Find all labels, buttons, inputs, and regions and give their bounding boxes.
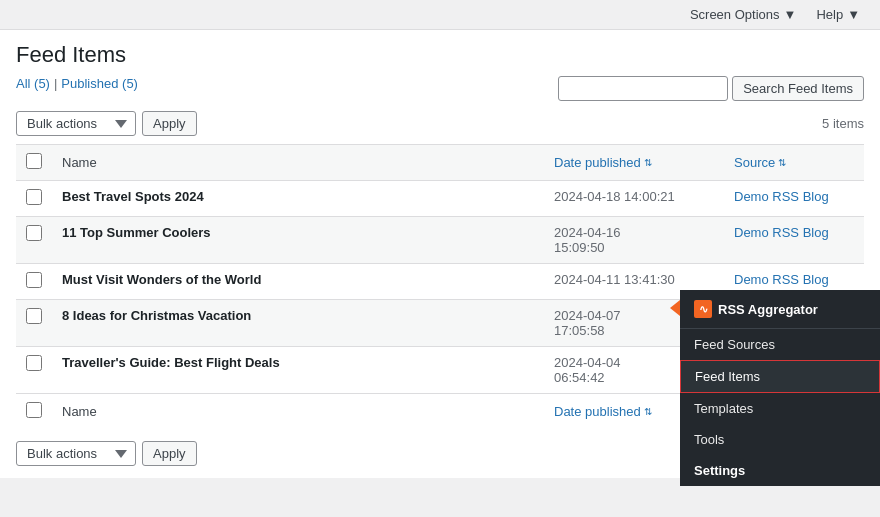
overlay-menu-item[interactable]: Settings bbox=[680, 455, 880, 486]
sort-arrows-source-icon: ⇅ bbox=[778, 157, 786, 168]
col-source-sort-link[interactable]: Source ⇅ bbox=[734, 155, 786, 170]
row-source: Demo RSS Blog bbox=[724, 217, 864, 264]
filter-published-link[interactable]: Published (5) bbox=[61, 76, 138, 91]
top-bar: Screen Options ▼ Help ▼ bbox=[0, 0, 880, 30]
source-link[interactable]: Demo RSS Blog bbox=[734, 272, 829, 287]
col-name-header: Name bbox=[52, 145, 544, 181]
table-header-row: Name Date published ⇅ Source ⇅ bbox=[16, 145, 864, 181]
row-checkbox[interactable] bbox=[26, 225, 42, 241]
screen-options-button[interactable]: Screen Options ▼ bbox=[680, 3, 806, 26]
overlay-panel-header: ∿ RSS Aggregator bbox=[680, 290, 880, 329]
filter-all-link[interactable]: All (5) bbox=[16, 76, 50, 91]
help-label: Help bbox=[816, 7, 843, 22]
overlay-menu-item[interactable]: Feed Items bbox=[680, 360, 880, 393]
row-checkbox[interactable] bbox=[26, 272, 42, 288]
foot-col-checkbox bbox=[16, 394, 52, 430]
overlay-menu-item[interactable]: Tools bbox=[680, 424, 880, 455]
row-name: 8 Ideas for Christmas Vacation bbox=[52, 300, 544, 347]
source-link[interactable]: Demo RSS Blog bbox=[734, 225, 829, 240]
row-name: 11 Top Summer Coolers bbox=[52, 217, 544, 264]
row-name: Traveller's Guide: Best Flight Deals bbox=[52, 347, 544, 394]
row-date: 2024-04-18 14:00:21 bbox=[544, 181, 724, 217]
select-all-checkbox[interactable] bbox=[26, 153, 42, 169]
help-button[interactable]: Help ▼ bbox=[806, 3, 870, 26]
sort-arrows-icon: ⇅ bbox=[644, 157, 652, 168]
screen-options-chevron-icon: ▼ bbox=[784, 7, 797, 22]
col-date-sort-link[interactable]: Date published ⇅ bbox=[554, 155, 652, 170]
row-name: Must Visit Wonders of the World bbox=[52, 264, 544, 300]
table-row: Best Travel Spots 20242024-04-18 14:00:2… bbox=[16, 181, 864, 217]
row-checkbox[interactable] bbox=[26, 189, 42, 205]
foot-col-name: Name bbox=[52, 394, 544, 430]
select-all-footer-checkbox[interactable] bbox=[26, 402, 42, 418]
filter-links: All (5) | Published (5) bbox=[16, 76, 138, 91]
page-title: Feed Items bbox=[16, 42, 864, 68]
row-checkbox[interactable] bbox=[26, 355, 42, 371]
source-link[interactable]: Demo RSS Blog bbox=[734, 189, 829, 204]
col-date-header: Date published ⇅ bbox=[544, 145, 724, 181]
screen-options-label: Screen Options bbox=[690, 7, 780, 22]
overlay-arrow-icon bbox=[670, 300, 680, 316]
overlay-menu: Feed SourcesFeed ItemsTemplatesToolsSett… bbox=[680, 329, 880, 486]
bottom-toolbar-left: Bulk actions Apply bbox=[16, 441, 197, 466]
row-name: Best Travel Spots 2024 bbox=[52, 181, 544, 217]
col-source-header: Source ⇅ bbox=[724, 145, 864, 181]
foot-sort-arrows-icon: ⇅ bbox=[644, 406, 652, 417]
bulk-actions-select-bottom[interactable]: Bulk actions bbox=[16, 441, 136, 466]
row-checkbox[interactable] bbox=[26, 308, 42, 324]
row-source: Demo RSS Blog bbox=[724, 181, 864, 217]
col-checkbox bbox=[16, 145, 52, 181]
help-chevron-icon: ▼ bbox=[847, 7, 860, 22]
toolbar-left: Bulk actions Apply bbox=[16, 111, 197, 136]
table-row: 11 Top Summer Coolers2024-04-16 15:09:50… bbox=[16, 217, 864, 264]
search-feed-items-button[interactable]: Search Feed Items bbox=[732, 76, 864, 101]
rss-icon: ∿ bbox=[694, 300, 712, 318]
search-input[interactable] bbox=[558, 76, 728, 101]
overlay-panel: ∿ RSS Aggregator Feed SourcesFeed ItemsT… bbox=[680, 290, 880, 486]
overlay-menu-item[interactable]: Templates bbox=[680, 393, 880, 424]
top-toolbar: Bulk actions Apply 5 items bbox=[16, 111, 864, 136]
filter-separator: | bbox=[54, 76, 57, 91]
plugin-name-label: RSS Aggregator bbox=[718, 302, 818, 317]
row-date: 2024-04-16 15:09:50 bbox=[544, 217, 724, 264]
bulk-actions-select[interactable]: Bulk actions bbox=[16, 111, 136, 136]
foot-col-date-sort-link[interactable]: Date published ⇅ bbox=[554, 404, 652, 419]
overlay-menu-item[interactable]: Feed Sources bbox=[680, 329, 880, 360]
items-count: 5 items bbox=[822, 116, 864, 131]
apply-button-bottom[interactable]: Apply bbox=[142, 441, 197, 466]
apply-button-top[interactable]: Apply bbox=[142, 111, 197, 136]
